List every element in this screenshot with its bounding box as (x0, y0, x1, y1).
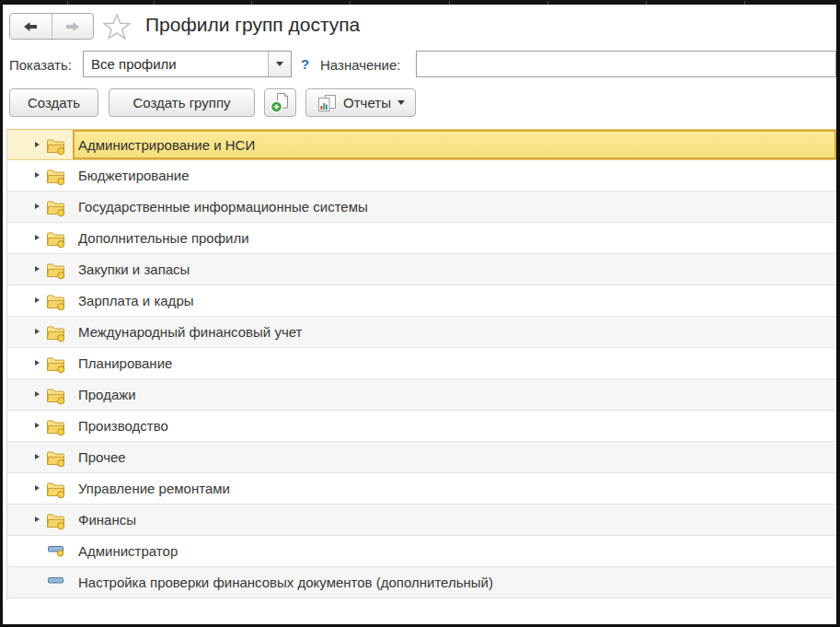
tree-row[interactable]: Бюджетирование (7, 160, 836, 192)
forward-button[interactable] (52, 14, 94, 39)
tree-cell[interactable]: Администрирование и НСИ (73, 130, 836, 159)
expand-arrow-icon[interactable] (35, 423, 40, 428)
tree-cell[interactable]: Управление ремонтами (73, 473, 836, 504)
profiles-tree: Администрирование и НСИ Бюджетирование Г… (7, 129, 836, 598)
folder-icon (46, 355, 65, 373)
profile-icon (48, 576, 65, 589)
row-label: Производство (78, 418, 168, 434)
folder-icon (46, 481, 65, 498)
create-button[interactable]: Создать (9, 88, 98, 117)
tree-row[interactable]: Прочее (7, 442, 836, 473)
tree-row[interactable]: Государственные информационные системы (7, 192, 836, 223)
folder-icon (46, 199, 65, 216)
back-button[interactable] (10, 14, 52, 39)
row-label: Администратор (78, 543, 178, 559)
tree-row[interactable]: Настройка проверки финансовых документов… (7, 567, 836, 598)
expand-arrow-icon[interactable] (35, 329, 40, 334)
tree-cell[interactable]: Бюджетирование (73, 160, 836, 191)
purpose-filter-input[interactable] (416, 51, 836, 77)
favorite-star-icon[interactable] (102, 13, 132, 44)
row-label: Управление ремонтами (78, 481, 230, 496)
row-label: Настройка проверки финансовых документов… (78, 575, 493, 590)
row-label: Государственные информационные системы (78, 199, 368, 215)
tree-cell[interactable]: Финансы (73, 505, 836, 535)
tree-cell[interactable]: Продажи (73, 379, 836, 410)
tree-cell[interactable]: Государственные информационные системы (73, 192, 836, 222)
tree-cell[interactable]: Дополнительные профили (73, 223, 836, 253)
expand-arrow-icon[interactable] (35, 297, 40, 303)
tree-row[interactable]: Зарплата и кадры (7, 285, 836, 317)
show-filter-value: Все профили (84, 52, 268, 76)
folder-icon (46, 512, 65, 529)
reports-button[interactable]: Отчеты (305, 88, 416, 117)
tree-cell[interactable]: Международный финансовый учет (73, 317, 836, 347)
row-label: Прочее (78, 449, 126, 465)
row-label: Продажи (78, 387, 136, 402)
window-top-edge (0, 0, 840, 5)
folder-icon (46, 387, 65, 404)
expand-arrow-icon[interactable] (35, 203, 40, 209)
show-filter-label: Показать: (9, 57, 72, 73)
row-label: Финансы (78, 512, 136, 528)
expand-arrow-icon[interactable] (35, 142, 40, 147)
tree-cell[interactable]: Администратор (73, 536, 836, 566)
expand-arrow-icon[interactable] (35, 485, 40, 491)
arrow-left-icon (23, 21, 38, 32)
folder-icon (46, 137, 65, 155)
folder-icon (46, 230, 65, 248)
document-add-icon (270, 92, 291, 113)
row-label: Закупки и запасы (78, 261, 190, 277)
profile-icon (48, 545, 65, 558)
tree-row[interactable]: Планирование (7, 348, 836, 379)
help-icon[interactable]: ? (301, 56, 309, 72)
tree-row[interactable]: Дополнительные профили (7, 223, 836, 254)
expand-arrow-icon[interactable] (35, 517, 40, 522)
tree-cell[interactable]: Производство (73, 411, 836, 441)
nav-history-group (9, 13, 94, 40)
toolbar: Создать Создать группу Отчеты (9, 88, 416, 117)
expand-arrow-icon[interactable] (35, 172, 40, 178)
tree-cell[interactable]: Планирование (73, 348, 836, 378)
folder-icon (46, 261, 65, 279)
arrow-right-icon (65, 21, 80, 32)
tree-row[interactable]: Производство (7, 411, 836, 442)
tree-row[interactable]: Международный финансовый учет (7, 317, 836, 348)
folder-icon (46, 293, 65, 310)
row-label: Бюджетирование (78, 168, 189, 183)
folder-icon (46, 449, 65, 467)
expand-arrow-icon[interactable] (35, 235, 40, 240)
create-new-item-button[interactable] (264, 88, 296, 117)
tree-cell[interactable]: Закупки и запасы (73, 254, 836, 284)
row-label: Планирование (78, 355, 172, 371)
chevron-down-icon (276, 62, 283, 66)
tree-row[interactable]: Администратор (7, 536, 836, 567)
expand-arrow-icon[interactable] (35, 360, 40, 366)
tree-cell[interactable]: Зарплата и кадры (73, 285, 836, 316)
tree-row[interactable]: Продажи (7, 379, 836, 411)
folder-icon (46, 418, 65, 435)
chevron-down-icon (397, 100, 405, 105)
tree-row[interactable]: Финансы (7, 505, 836, 536)
row-label: Администрирование и НСИ (78, 137, 255, 153)
expand-arrow-icon[interactable] (35, 454, 40, 459)
expand-arrow-icon[interactable] (35, 266, 40, 272)
reports-icon (316, 94, 337, 112)
row-label: Международный финансовый учет (78, 324, 302, 340)
tree-row[interactable]: Администрирование и НСИ (7, 129, 836, 160)
window-border-right (836, 5, 840, 627)
row-label: Зарплата и кадры (78, 293, 194, 308)
folder-icon (46, 168, 65, 185)
show-filter-dropdown-button[interactable] (268, 52, 291, 76)
create-group-button[interactable]: Создать группу (109, 88, 255, 117)
tree-row[interactable]: Управление ремонтами (7, 473, 836, 505)
tree-cell[interactable]: Настройка проверки финансовых документов… (73, 567, 836, 598)
show-filter-combobox[interactable]: Все профили (83, 51, 292, 77)
purpose-filter-label: Назначение: (320, 57, 401, 73)
row-label: Дополнительные профили (78, 230, 249, 246)
folder-icon (46, 324, 65, 342)
tree-cell[interactable]: Прочее (73, 442, 836, 472)
tree-row[interactable]: Закупки и запасы (7, 254, 836, 285)
expand-arrow-icon[interactable] (35, 391, 40, 397)
page-title: Профили групп доступа (145, 14, 360, 36)
window-border-left (0, 5, 3, 627)
